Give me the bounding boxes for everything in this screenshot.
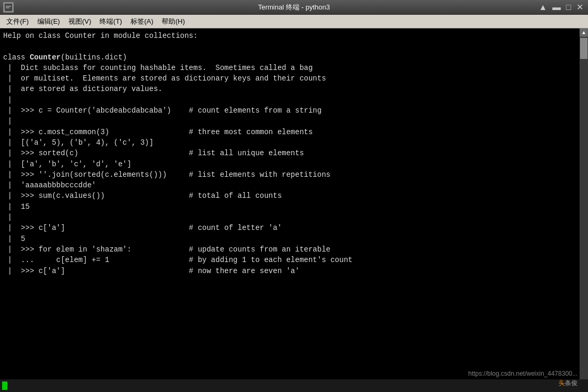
menu-terminal[interactable]: 终端(T) [95, 16, 126, 27]
svg-rect-2 [6, 7, 9, 8]
scrollbar-track[interactable] [580, 37, 588, 384]
maximize-icon[interactable]: □ [564, 3, 573, 12]
scrollbar[interactable]: ▲ ▼ [580, 28, 588, 392]
svg-rect-1 [6, 6, 11, 7]
close-icon[interactable]: ✕ [575, 2, 585, 12]
terminal-output: Help on class Counter in module collecti… [0, 28, 580, 392]
menu-edit[interactable]: 编辑(E) [33, 16, 64, 27]
menu-tabs[interactable]: 标签(A) [126, 16, 157, 27]
titlebar-title: Terminal 终端 - python3 [258, 3, 330, 12]
watermark-text: https://blog.csdn.net/weixin_4478300... [469, 370, 577, 377]
titlebar-controls: ▲ ▬ □ ✕ [537, 2, 585, 12]
terminal[interactable]: Help on class Counter in module collecti… [0, 28, 588, 392]
watermark-logo-text: 条俊 [565, 379, 577, 387]
titlebar-icon [3, 2, 14, 13]
menu-help[interactable]: 帮助(H) [157, 16, 189, 27]
minimize-icon[interactable]: ▲ [537, 3, 549, 12]
scroll-up[interactable]: ▲ [580, 28, 588, 37]
menubar: 文件(F) 编辑(E) 视图(V) 终端(T) 标签(A) 帮助(H) [0, 15, 588, 28]
scrollbar-thumb[interactable] [580, 38, 587, 59]
titlebar: Terminal 终端 - python3 ▲ ▬ □ ✕ [0, 0, 588, 15]
cursor-block [2, 381, 7, 390]
menu-view[interactable]: 视图(V) [64, 16, 95, 27]
watermark-logo: 头条俊 [559, 379, 577, 388]
line-3: class Counter(builtins.dict) | Dict subc… [3, 53, 353, 275]
line-1: Help on class Counter in module collecti… [3, 32, 198, 40]
watermark-logo-icon: 头 [559, 379, 565, 387]
shade-icon[interactable]: ▬ [551, 3, 562, 12]
status-bar [0, 379, 588, 392]
menu-file[interactable]: 文件(F) [2, 16, 33, 27]
